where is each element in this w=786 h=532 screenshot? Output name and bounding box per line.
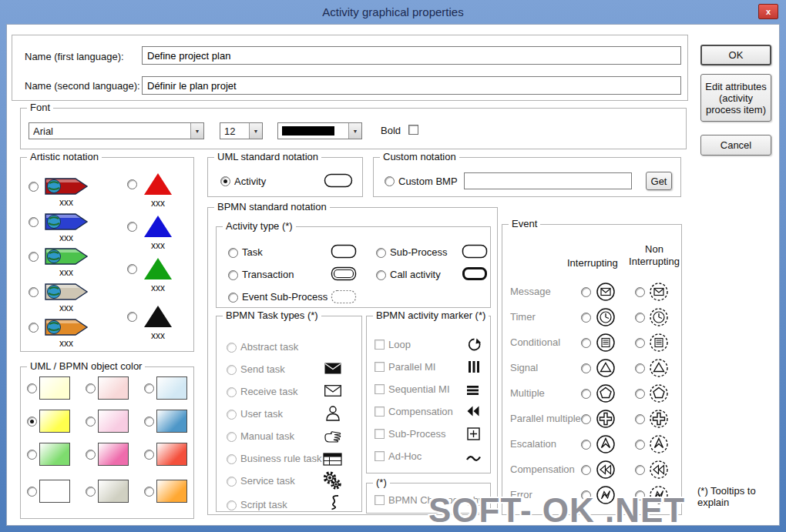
font-family-value: Arial <box>29 125 190 137</box>
sequential-mi-label: Sequential MI <box>388 383 450 395</box>
event-row-label: Signal <box>510 362 538 373</box>
names-group: Name (first language): Name (second lang… <box>12 35 688 101</box>
event-non-interrupting-radio[interactable] <box>635 440 645 450</box>
name-second-input[interactable] <box>142 76 681 95</box>
transaction-radio[interactable] <box>228 270 238 280</box>
color-radio[interactable] <box>86 487 96 497</box>
event-non-interrupting-radio[interactable] <box>635 338 645 348</box>
script-task-label: Script task <box>240 499 287 510</box>
event-interrupting-radio[interactable] <box>581 440 591 450</box>
dialog-window: Activity graphical properties x Name (fi… <box>0 0 786 532</box>
bpmn-notation-group: BPMN standard notation Activity type (*)… <box>207 207 498 515</box>
uml-notation-group: UML standard notation Activity <box>207 157 363 197</box>
bold-checkbox[interactable] <box>408 125 418 135</box>
color-radio[interactable] <box>27 383 37 393</box>
footnote: (*) Tooltips to explain <box>697 485 778 508</box>
rewind-icon <box>466 405 480 417</box>
event-interrupting-radio[interactable] <box>581 389 591 399</box>
non-interrupting-column-header: Non Interrupting <box>629 243 680 268</box>
get-button[interactable]: Get <box>646 172 672 190</box>
event-interrupting-radio[interactable] <box>581 465 591 475</box>
uml-activity-radio[interactable] <box>220 176 230 186</box>
artistic-triangle-radio[interactable] <box>127 264 137 274</box>
event-interrupting-radio[interactable] <box>581 414 591 424</box>
transaction-shape-icon <box>331 266 357 281</box>
manual-task-label: Manual task <box>240 430 294 442</box>
color-radio-selected[interactable] <box>27 417 37 427</box>
message-interrupting-icon <box>596 282 616 302</box>
close-button[interactable]: x <box>758 4 778 19</box>
event-subprocess-radio[interactable] <box>228 293 238 303</box>
name-first-label: Name (first language): <box>25 51 124 62</box>
send-task-label: Send task <box>240 363 285 375</box>
artistic-triangle-radio[interactable] <box>127 179 137 189</box>
font-family-dropdown[interactable]: Arial ▼ <box>29 122 204 139</box>
table-icon <box>323 453 342 466</box>
color-swatch <box>156 376 187 400</box>
parallel-multiple-non-interrupting-icon <box>649 409 669 429</box>
subprocess-marker-checkbox <box>375 429 385 439</box>
escalation-non-interrupting-icon <box>649 434 669 454</box>
event-interrupting-radio[interactable] <box>581 313 591 323</box>
color-swatch <box>98 376 129 400</box>
subprocess-radio[interactable] <box>376 248 386 258</box>
activity-type-group-label: Activity type (*) <box>223 220 296 232</box>
cancel-button[interactable]: Cancel <box>700 135 771 156</box>
custom-bmp-radio[interactable] <box>385 176 395 186</box>
event-non-interrupting-radio[interactable] <box>635 313 645 323</box>
artistic-triangle-label: xxx <box>143 240 173 251</box>
task-radio[interactable] <box>228 248 238 258</box>
event-interrupting-radio[interactable] <box>581 338 591 348</box>
color-radio[interactable] <box>86 417 96 427</box>
event-interrupting-radio[interactable] <box>581 363 591 373</box>
signal-non-interrupting-icon <box>649 358 669 378</box>
activity-type-group: Activity type (*) Task Transaction Event… <box>216 226 491 308</box>
task-shape-icon <box>331 244 357 259</box>
event-non-interrupting-radio[interactable] <box>635 465 645 475</box>
globe-arrow-icon <box>44 176 89 196</box>
color-radio[interactable] <box>86 383 96 393</box>
call-activity-radio[interactable] <box>376 270 386 280</box>
color-radio[interactable] <box>144 417 154 427</box>
event-interrupting-radio[interactable] <box>581 287 591 297</box>
edit-attributes-button[interactable]: Edit attributes (activity process item) <box>700 74 771 122</box>
object-color-group-label: UML / BPMN object color <box>27 360 145 372</box>
artistic-arrow-label: xxx <box>44 267 89 278</box>
multiple-non-interrupting-icon <box>649 383 669 403</box>
color-radio[interactable] <box>144 450 154 460</box>
chevron-down-icon[interactable]: ▼ <box>190 123 203 139</box>
chevron-down-icon[interactable]: ▼ <box>249 123 262 139</box>
color-radio[interactable] <box>144 383 154 393</box>
artistic-arrow-radio[interactable] <box>29 182 39 192</box>
color-radio[interactable] <box>27 487 37 497</box>
chevron-down-icon[interactable]: ▼ <box>348 123 361 139</box>
artistic-arrow-label: xxx <box>44 303 89 313</box>
event-non-interrupting-radio[interactable] <box>635 363 645 373</box>
color-swatch <box>39 480 70 503</box>
loop-label: Loop <box>388 339 411 350</box>
custom-bmp-input[interactable] <box>464 172 632 189</box>
color-radio[interactable] <box>27 450 37 460</box>
font-size-dropdown[interactable]: 12 ▼ <box>220 122 263 139</box>
artistic-arrow-radio[interactable] <box>29 287 39 297</box>
color-radio[interactable] <box>144 487 154 497</box>
adhoc-checkbox <box>375 451 385 461</box>
event-non-interrupting-radio[interactable] <box>635 389 645 399</box>
color-radio[interactable] <box>86 450 96 460</box>
event-non-interrupting-radio[interactable] <box>635 414 645 424</box>
task-types-group: BPMN Task types (*) Abstract task Send t… <box>216 316 362 512</box>
event-row-label: Multiple <box>510 387 545 399</box>
artistic-triangle-radio[interactable] <box>127 312 137 322</box>
custom-group-label: Custom notation <box>380 151 459 162</box>
artistic-arrow-radio[interactable] <box>29 323 39 333</box>
event-non-interrupting-radio[interactable] <box>635 287 645 297</box>
triangle-icon <box>143 304 173 329</box>
artistic-triangle-radio[interactable] <box>127 222 137 232</box>
ok-button[interactable]: OK <box>700 45 771 65</box>
font-color-dropdown[interactable]: ▼ <box>277 122 362 139</box>
subprocess-shape-icon <box>462 244 488 259</box>
name-first-input[interactable] <box>142 46 681 65</box>
artistic-arrow-radio[interactable] <box>29 217 39 227</box>
artistic-arrow-radio[interactable] <box>29 252 39 262</box>
envelope-outline-icon <box>324 385 341 396</box>
